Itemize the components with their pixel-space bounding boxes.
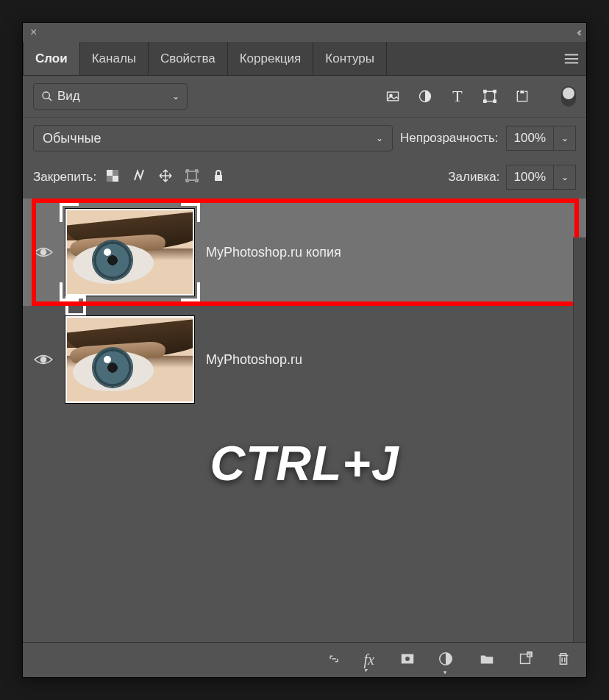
layer-kind-label: Вид (57, 89, 80, 104)
tab-channels[interactable]: Каналы (80, 42, 149, 75)
type-filter-icon[interactable]: T (449, 88, 466, 104)
tab-layers[interactable]: Слои (23, 42, 80, 75)
svg-rect-10 (494, 90, 496, 93)
lock-position-icon[interactable] (158, 168, 173, 186)
visibility-toggle[interactable] (33, 246, 54, 259)
search-icon (41, 90, 53, 102)
fill-input[interactable]: 100% ⌄ (506, 165, 576, 190)
opacity-input[interactable]: 100% ⌄ (506, 126, 576, 151)
layer-thumbnail[interactable] (65, 209, 194, 296)
shape-filter-icon[interactable] (482, 88, 498, 104)
tab-properties[interactable]: Свойства (149, 42, 228, 75)
adjustment-filter-icon[interactable] (417, 88, 433, 104)
lock-pixels-icon[interactable] (132, 168, 146, 186)
svg-rect-15 (107, 170, 113, 176)
layer-actions-bar: fx▾ ▾ (23, 642, 586, 677)
svg-point-21 (40, 249, 47, 256)
layer-kind-select[interactable]: Вид ⌄ (33, 83, 188, 110)
panel-tabs: Слои Каналы Свойства Коррекция Контуры (23, 42, 586, 76)
svg-rect-9 (484, 90, 486, 93)
layer-name[interactable]: MyPhotoshop.ru копия (206, 245, 341, 260)
opacity-value: 100% (507, 131, 553, 146)
layer-list: MyPhotoshop.ru копия MyPhotoshop.ru (23, 199, 586, 413)
svg-point-22 (40, 357, 47, 363)
chevron-down-icon[interactable]: ⌄ (553, 126, 575, 150)
svg-rect-14 (520, 90, 525, 94)
filter-icons: T (385, 86, 576, 107)
layer-fx-icon[interactable]: fx▾ (364, 651, 377, 668)
collapse-icon[interactable]: ‹‹ (577, 26, 579, 39)
opacity-label: Непрозрачность: (400, 131, 499, 146)
svg-rect-18 (107, 176, 113, 182)
tab-adjustments[interactable]: Коррекция (228, 42, 314, 75)
svg-rect-17 (113, 170, 118, 176)
svg-point-24 (405, 656, 410, 661)
link-layers-icon[interactable] (326, 651, 342, 670)
chevron-down-icon: ⌄ (376, 133, 383, 143)
svg-rect-26 (521, 654, 530, 663)
fill-value: 100% (507, 170, 553, 185)
panel-titlebar: × ‹‹ (23, 23, 586, 42)
chevron-down-icon[interactable]: ⌄ (553, 165, 575, 189)
visibility-toggle[interactable] (33, 353, 54, 366)
layers-panel: × ‹‹ Слои Каналы Свойства Коррекция Конт… (22, 22, 587, 678)
layer-row[interactable]: MyPhotoshop.ru копия (23, 199, 586, 306)
svg-line-4 (49, 98, 51, 101)
svg-rect-5 (388, 92, 399, 101)
blend-mode-select[interactable]: Обычные ⌄ (33, 125, 393, 151)
add-mask-icon[interactable] (399, 651, 416, 670)
new-group-icon[interactable] (479, 651, 495, 670)
lock-all-icon[interactable] (211, 168, 226, 186)
shortcut-annotation: CTRL+J (23, 435, 586, 491)
blend-mode-value: Обычные (43, 131, 102, 146)
svg-rect-11 (484, 100, 486, 102)
lock-label: Закрепить: (33, 170, 96, 185)
svg-point-3 (43, 92, 49, 99)
svg-rect-16 (113, 176, 118, 182)
close-icon[interactable]: × (30, 26, 37, 39)
adjustment-layer-icon[interactable]: ▾ (438, 651, 457, 670)
smartobject-filter-icon[interactable] (514, 88, 530, 104)
scrollbar[interactable] (573, 238, 586, 642)
panel-menu-icon[interactable] (557, 42, 586, 75)
image-filter-icon[interactable] (385, 88, 401, 104)
fill-label: Заливка: (448, 170, 499, 185)
lock-artboard-icon[interactable] (185, 168, 199, 186)
new-layer-icon[interactable] (517, 651, 533, 670)
chevron-down-icon: ⌄ (172, 91, 179, 101)
tab-paths[interactable]: Контуры (313, 42, 387, 75)
filter-toggle[interactable] (561, 86, 576, 107)
layer-name[interactable]: MyPhotoshop.ru (206, 352, 302, 368)
svg-rect-19 (188, 171, 196, 180)
layer-thumbnail[interactable] (65, 316, 194, 403)
layer-row[interactable]: MyPhotoshop.ru (23, 306, 586, 413)
svg-rect-20 (215, 175, 222, 181)
delete-layer-icon[interactable] (555, 651, 571, 670)
lock-transparency-icon[interactable] (105, 168, 120, 186)
svg-rect-12 (494, 100, 496, 102)
